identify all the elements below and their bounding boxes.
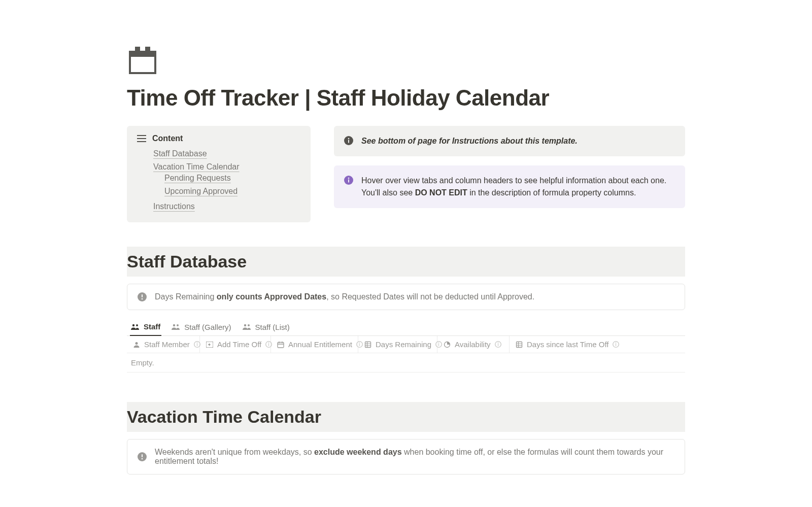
menu-icon: [137, 134, 146, 143]
svg-point-18: [248, 324, 250, 326]
toc-link-staff-database[interactable]: Staff Database: [153, 149, 207, 158]
svg-point-9: [348, 178, 350, 179]
person-icon: [133, 341, 140, 348]
col-availability[interactable]: Availability: [437, 336, 510, 353]
svg-point-17: [244, 324, 246, 326]
svg-rect-27: [278, 342, 284, 348]
svg-rect-3: [145, 47, 150, 53]
toc-link-vacation-calendar[interactable]: Vacation Time Calendar: [153, 162, 240, 171]
page-title: Time Off Tracker | Staff Holiday Calenda…: [127, 85, 685, 111]
svg-point-6: [348, 138, 350, 140]
info-circle-icon: [194, 341, 200, 348]
tab-staff-gallery[interactable]: Staff (Gallery): [171, 319, 232, 335]
svg-point-19: [136, 342, 138, 345]
callout-hover: Hover over view tabs and column headers …: [334, 165, 685, 208]
tab-staff-list[interactable]: Staff (List): [242, 319, 291, 335]
svg-rect-21: [197, 344, 197, 346]
table-of-contents: Content Staff Database Vacation Time Cal…: [127, 126, 311, 222]
svg-point-22: [196, 343, 197, 344]
svg-point-15: [173, 324, 175, 326]
section-header-staff-database: Staff Database: [127, 247, 685, 277]
svg-point-42: [616, 343, 617, 344]
info-icon: [344, 176, 353, 185]
people-icon: [172, 324, 181, 330]
col-staff-member[interactable]: Staff Member: [127, 336, 200, 353]
svg-point-26: [268, 343, 269, 344]
col-annual-entitlement[interactable]: Annual Entitlement: [271, 336, 358, 353]
svg-rect-44: [142, 454, 143, 457]
calendar-icon: [277, 341, 284, 348]
svg-rect-8: [348, 180, 349, 183]
callout-weekends: Weekends aren't unique from weekdays, so…: [127, 439, 685, 475]
svg-point-12: [142, 298, 143, 300]
warning-icon: [138, 452, 147, 461]
table-icon: [516, 341, 523, 348]
callout-text: Weekends aren't unique from weekdays, so…: [155, 448, 674, 466]
col-days-remaining[interactable]: Days Remaining: [358, 336, 437, 353]
col-days-since[interactable]: Days since last Time Off: [510, 336, 685, 353]
section-header-vacation-calendar: Vacation Time Calendar: [127, 402, 685, 432]
toc-label: Content: [152, 134, 183, 143]
svg-point-14: [136, 324, 138, 326]
col-add-time-off[interactable]: Add Time Off: [200, 336, 271, 353]
svg-rect-11: [142, 294, 143, 297]
calendar-icon: [127, 46, 158, 75]
people-icon: [243, 324, 252, 330]
toc-link-pending-requests[interactable]: Pending Requests: [164, 174, 231, 182]
svg-rect-1: [131, 57, 154, 72]
callout-text: Hover over view tabs and column headers …: [361, 175, 675, 199]
svg-rect-39: [517, 342, 522, 347]
callout-text: Days Remaining only counts Approved Date…: [155, 292, 534, 301]
svg-point-13: [132, 324, 134, 326]
empty-state: Empty.: [127, 353, 685, 373]
svg-rect-5: [348, 140, 349, 143]
svg-rect-31: [365, 342, 371, 347]
svg-point-38: [497, 343, 498, 344]
arrow-right-icon: [206, 342, 213, 348]
tab-staff[interactable]: Staff: [130, 319, 161, 336]
pie-icon: [444, 341, 451, 348]
toc-link-instructions[interactable]: Instructions: [153, 202, 195, 211]
info-circle-icon: [495, 341, 501, 348]
svg-rect-41: [616, 344, 616, 346]
svg-rect-25: [268, 344, 269, 346]
column-headers: Staff Member Add Time Off Annual Entitle: [127, 336, 685, 353]
svg-point-45: [142, 458, 143, 460]
toc-link-upcoming-approved[interactable]: Upcoming Approved: [164, 187, 238, 195]
callout-see-bottom: See bottom of page for Instructions abou…: [334, 126, 685, 156]
info-circle-icon: [613, 341, 619, 348]
info-icon: [344, 136, 353, 145]
table-icon: [364, 341, 371, 348]
view-tabs: Staff Staff (Gallery) Staff (List): [127, 317, 685, 336]
warning-icon: [138, 292, 147, 301]
svg-rect-37: [497, 344, 498, 346]
svg-rect-2: [135, 47, 140, 53]
svg-point-16: [177, 324, 179, 326]
people-icon: [131, 324, 140, 330]
callout-text: See bottom of page for Instructions abou…: [361, 137, 578, 145]
callout-days-remaining: Days Remaining only counts Approved Date…: [127, 284, 685, 310]
